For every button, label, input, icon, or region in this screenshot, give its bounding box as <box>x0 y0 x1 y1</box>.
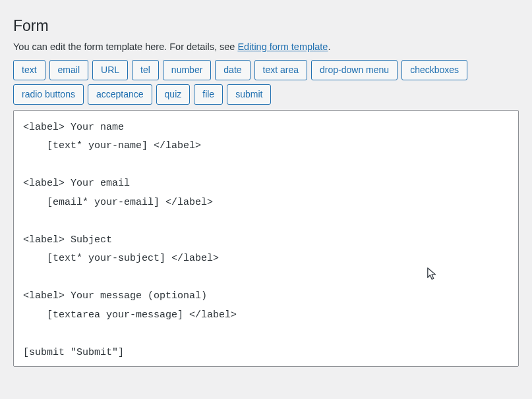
tag-button-text-area[interactable]: text area <box>254 60 307 80</box>
tag-button-file[interactable]: file <box>194 84 223 105</box>
editor-wrap <box>13 110 519 369</box>
tag-generator-row: text email URL tel number date text area… <box>13 60 519 105</box>
tag-button-number[interactable]: number <box>163 60 211 80</box>
tag-button-quiz[interactable]: quiz <box>156 84 191 105</box>
editing-form-template-link[interactable]: Editing form template <box>237 41 328 52</box>
panel-heading: Form <box>13 17 519 35</box>
form-panel: Form You can edit the form template here… <box>0 0 532 369</box>
tag-button-tel[interactable]: tel <box>132 60 159 80</box>
description-text-pre: You can edit the form template here. For… <box>13 41 237 52</box>
tag-button-date[interactable]: date <box>215 60 250 80</box>
tag-button-email[interactable]: email <box>49 60 88 80</box>
tag-button-submit[interactable]: submit <box>227 84 271 105</box>
description-text-post: . <box>328 41 330 52</box>
tag-button-radio-buttons[interactable]: radio buttons <box>13 84 84 105</box>
form-template-editor[interactable] <box>13 110 519 367</box>
tag-button-checkboxes[interactable]: checkboxes <box>401 60 467 80</box>
tag-button-acceptance[interactable]: acceptance <box>88 84 152 105</box>
tag-button-drop-down-menu[interactable]: drop-down menu <box>311 60 398 80</box>
tag-button-url[interactable]: URL <box>92 60 128 80</box>
panel-description: You can edit the form template here. For… <box>13 41 519 52</box>
tag-button-text[interactable]: text <box>13 60 45 80</box>
